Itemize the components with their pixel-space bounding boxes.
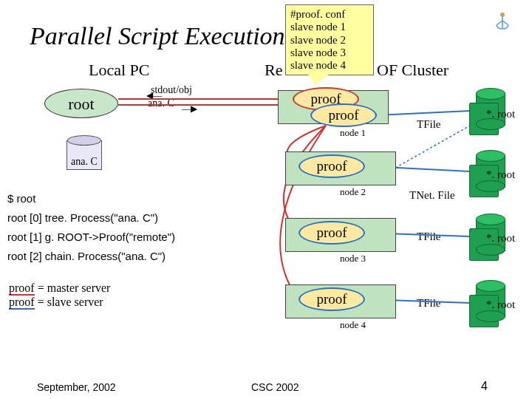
proof-slave-oval: proof: [299, 287, 365, 311]
local-pc-label: Local PC: [89, 61, 150, 80]
cluster-label-prefix: Re: [265, 61, 282, 80]
rootfile-label: *. root: [486, 168, 515, 181]
conf-line: slave node 1: [290, 21, 369, 33]
root-command-1: root [1] g. ROOT->Proof("remote"): [7, 231, 175, 243]
legend-master-tail: = master server: [35, 282, 111, 294]
footer-date: September, 2002: [37, 381, 116, 393]
node-label: node 2: [340, 186, 366, 198]
rootfile-label: *. root: [486, 108, 515, 120]
conf-line: slave node 2: [290, 34, 369, 47]
legend-master: proof: [9, 282, 35, 296]
proof-slave-oval: proof: [299, 221, 365, 245]
page-title: Parallel Script Execution: [30, 22, 285, 50]
file-protocol-label: TNet. File: [409, 189, 455, 202]
file-protocol-label: TFile: [417, 231, 441, 243]
proof-slave-oval: proof: [299, 154, 365, 178]
proof-conf-callout: #proof. conf slave node 1 slave node 2 s…: [285, 4, 374, 75]
legend-slave-tail: = slave server: [35, 296, 103, 308]
conf-line: slave node 3: [290, 47, 369, 59]
root-command-2: root [2] chain. Process("ana. C"): [7, 250, 166, 262]
node-label: node 3: [340, 253, 366, 265]
svg-line-7: [392, 126, 470, 170]
legend-slave: proof: [9, 296, 35, 310]
rootfile-label: *. root: [486, 232, 515, 245]
stdout-label: stdout/obj: [151, 84, 192, 96]
file-protocol-label: TFile: [417, 118, 441, 131]
conf-line: slave node 4: [290, 59, 369, 72]
root-command-0: root [0] tree. Process("ana. C"): [7, 211, 158, 224]
file-protocol-label: TFile: [417, 297, 441, 310]
shell-prompt: $ root: [7, 192, 35, 205]
root-process-node: root: [44, 89, 118, 118]
conf-header: #proof. conf: [290, 8, 369, 21]
svg-point-0: [500, 13, 505, 17]
slide-number: 4: [481, 380, 488, 393]
node-label: node 1: [340, 127, 366, 139]
legend: proof = master server proof = slave serv…: [9, 281, 110, 309]
arrow-right-icon: —▶: [182, 103, 197, 115]
anac-arrow-label: ana. C: [148, 98, 174, 109]
cluster-label-suffix: OF Cluster: [377, 61, 449, 80]
root-logo-icon: [489, 7, 516, 34]
footer-center: CSC 2002: [251, 381, 299, 393]
anac-file-cylinder: ana. C: [66, 140, 102, 170]
proof-slave-oval: proof: [310, 103, 377, 127]
node-label: node 4: [340, 319, 366, 331]
rootfile-label: *. root: [486, 299, 515, 311]
svg-line-3: [377, 111, 470, 115]
